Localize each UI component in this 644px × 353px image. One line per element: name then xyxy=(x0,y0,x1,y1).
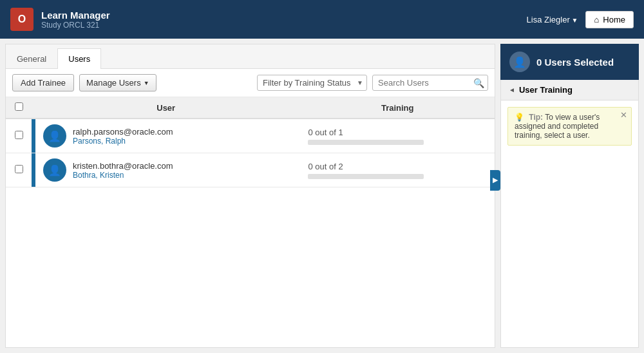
user-email: kristen.bothra@oracle.com xyxy=(73,161,173,171)
user-training-label: User Training xyxy=(519,85,573,95)
users-selected-count: 0 Users Selected xyxy=(536,57,614,68)
search-icon[interactable]: 🔍 xyxy=(473,78,484,88)
tip-box: ✕ 💡 Tip: To view a user's assigned and c… xyxy=(507,107,632,146)
row-checkbox-cell xyxy=(6,153,32,187)
user-training-section: ◄ User Training ✕ 💡 Tip: To view a user'… xyxy=(500,80,639,348)
progress-bar-bg xyxy=(308,140,424,145)
tabs-bar: General Users xyxy=(6,44,495,69)
users-selected-header: 👤 0 Users Selected xyxy=(500,44,639,80)
user-email: ralph.parsons@oracle.com xyxy=(73,127,173,137)
table-area: User Training 👤 ralph.parsons@oracle.com… xyxy=(6,97,495,347)
user-info: ralph.parsons@oracle.com Parsons, Ralph xyxy=(73,127,173,146)
col-user: User xyxy=(32,97,300,119)
avatar: 👤 xyxy=(43,124,66,148)
table-row[interactable]: 👤 ralph.parsons@oracle.com Parsons, Ralp… xyxy=(6,119,495,153)
app-name: Learn Manager xyxy=(41,10,110,21)
section-collapse-icon[interactable]: ◄ xyxy=(509,86,515,93)
row-checkbox[interactable] xyxy=(15,165,23,173)
panels-wrapper: General Users Add Trainee Manage Users F… xyxy=(0,39,644,353)
filter-wrapper: Filter by Training Status ▼ xyxy=(257,75,367,91)
user-name-display: Bothra, Kristen xyxy=(73,171,173,180)
progress-bar-bg xyxy=(308,174,424,179)
tip-label: Tip: xyxy=(529,113,543,122)
user-cell: 👤 kristen.bothra@oracle.com Bothra, Kris… xyxy=(35,153,181,187)
user-cell: 👤 ralph.parsons@oracle.com Parsons, Ralp… xyxy=(35,119,181,153)
tab-users[interactable]: Users xyxy=(57,48,101,69)
user-name[interactable]: Lisa Ziegler xyxy=(527,15,578,24)
training-cell: 0 out of 1 xyxy=(300,119,495,153)
app-subtitle: Study ORCL 321 xyxy=(41,21,110,30)
search-input[interactable] xyxy=(372,75,488,91)
training-cell: 0 out of 2 xyxy=(300,153,495,187)
user-training-title: ◄ User Training xyxy=(501,80,638,100)
row-checkbox-cell xyxy=(6,119,32,153)
left-panel: General Users Add Trainee Manage Users F… xyxy=(5,44,495,348)
col-checkbox xyxy=(6,97,32,119)
header: O Learn Manager Study ORCL 321 Lisa Zieg… xyxy=(0,0,644,39)
toolbar: Add Trainee Manage Users Filter by Train… xyxy=(6,69,495,97)
home-icon: ⌂ xyxy=(594,15,599,24)
avatar: 👤 xyxy=(43,158,66,182)
header-right: Lisa Ziegler ⌂ Home xyxy=(527,11,634,28)
table-row[interactable]: 👤 kristen.bothra@oracle.com Bothra, Kris… xyxy=(6,153,495,187)
header-left: O Learn Manager Study ORCL 321 xyxy=(10,8,110,31)
main-container: General Users Add Trainee Manage Users F… xyxy=(0,39,644,353)
home-button-label: Home xyxy=(603,15,625,24)
tip-bulb-icon: 💡 xyxy=(515,113,524,122)
search-wrapper: 🔍 xyxy=(372,75,488,91)
select-all-checkbox[interactable] xyxy=(15,102,23,111)
users-table: User Training 👤 ralph.parsons@oracle.com… xyxy=(6,97,495,187)
add-trainee-button[interactable]: Add Trainee xyxy=(12,74,74,91)
header-title: Learn Manager Study ORCL 321 xyxy=(41,10,110,30)
progress-label: 0 out of 2 xyxy=(308,162,487,171)
right-panel: 👤 0 Users Selected ◄ User Training ✕ 💡 T… xyxy=(500,44,639,348)
filter-select[interactable]: Filter by Training Status xyxy=(257,75,367,91)
tab-general[interactable]: General xyxy=(6,48,57,69)
progress-label: 0 out of 1 xyxy=(308,128,487,137)
home-button[interactable]: ⌂ Home xyxy=(585,11,634,28)
app-logo: O xyxy=(10,8,33,31)
row-checkbox[interactable] xyxy=(15,131,23,139)
col-training: Training xyxy=(300,97,495,119)
user-name-display: Parsons, Ralph xyxy=(73,137,173,146)
manage-users-button[interactable]: Manage Users xyxy=(79,74,156,91)
tip-text: To view a user's assigned and completed … xyxy=(515,113,600,140)
tip-close-button[interactable]: ✕ xyxy=(620,110,627,120)
user-icon: 👤 xyxy=(509,52,530,72)
panel-expand-toggle[interactable]: ▶ xyxy=(490,170,500,191)
user-info: kristen.bothra@oracle.com Bothra, Kriste… xyxy=(73,161,173,180)
